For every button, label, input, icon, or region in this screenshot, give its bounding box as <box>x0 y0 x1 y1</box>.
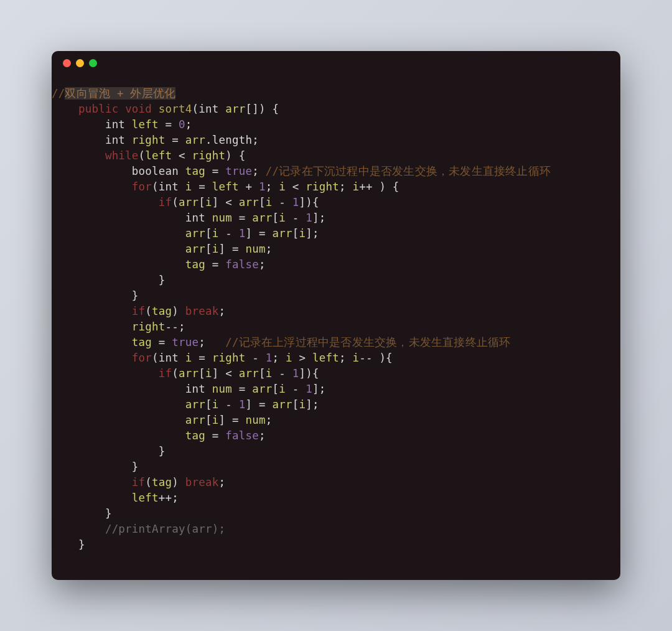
code-line: int num = arr[i - 1]; <box>52 210 620 226</box>
code-line: } <box>52 444 620 459</box>
code-line: right--; <box>52 319 620 335</box>
code-line: for(int i = left + 1; i < right; i++ ) { <box>52 179 620 195</box>
code-line: if(tag) break; <box>52 475 620 490</box>
code-line: arr[i] = num; <box>52 413 620 428</box>
code-line: } <box>52 288 620 304</box>
code-line: if(tag) break; <box>52 304 620 319</box>
minimize-icon[interactable] <box>76 59 84 67</box>
code-line: } <box>52 506 620 521</box>
code-line: int num = arr[i - 1]; <box>52 381 620 397</box>
code-line: int left = 0; <box>52 117 620 133</box>
code-line: //printArray(arr); <box>52 521 620 537</box>
code-line: while(left < right) { <box>52 148 620 164</box>
code-window: //双向冒泡 + 外层优化 public void sort4(int arr[… <box>52 51 620 580</box>
close-icon[interactable] <box>63 59 71 67</box>
code-line: //双向冒泡 + 外层优化 <box>52 86 620 101</box>
code-line: for(int i = right - 1; i > left; i-- ){ <box>52 350 620 366</box>
code-line: public void sort4(int arr[]) { <box>52 101 620 117</box>
code-content[interactable]: //双向冒泡 + 外层优化 public void sort4(int arr[… <box>52 75 620 553</box>
code-line: left++; <box>52 490 620 506</box>
code-line: boolean tag = true; //记录在下沉过程中是否发生交换，未发生… <box>52 164 620 179</box>
code-line: arr[i - 1] = arr[i]; <box>52 397 620 413</box>
code-line: } <box>52 273 620 288</box>
code-line: arr[i - 1] = arr[i]; <box>52 226 620 241</box>
code-line: if(arr[i] < arr[i - 1]){ <box>52 366 620 381</box>
code-line: } <box>52 537 620 553</box>
code-line: tag = false; <box>52 428 620 444</box>
code-line: if(arr[i] < arr[i - 1]){ <box>52 195 620 210</box>
code-line: tag = false; <box>52 257 620 273</box>
zoom-icon[interactable] <box>89 59 97 67</box>
code-line: arr[i] = num; <box>52 241 620 257</box>
code-line: tag = true; //记录在上浮过程中是否发生交换，未发生直接终止循环 <box>52 335 620 350</box>
window-titlebar <box>52 51 620 75</box>
code-line: } <box>52 459 620 475</box>
code-line: int right = arr.length; <box>52 133 620 148</box>
